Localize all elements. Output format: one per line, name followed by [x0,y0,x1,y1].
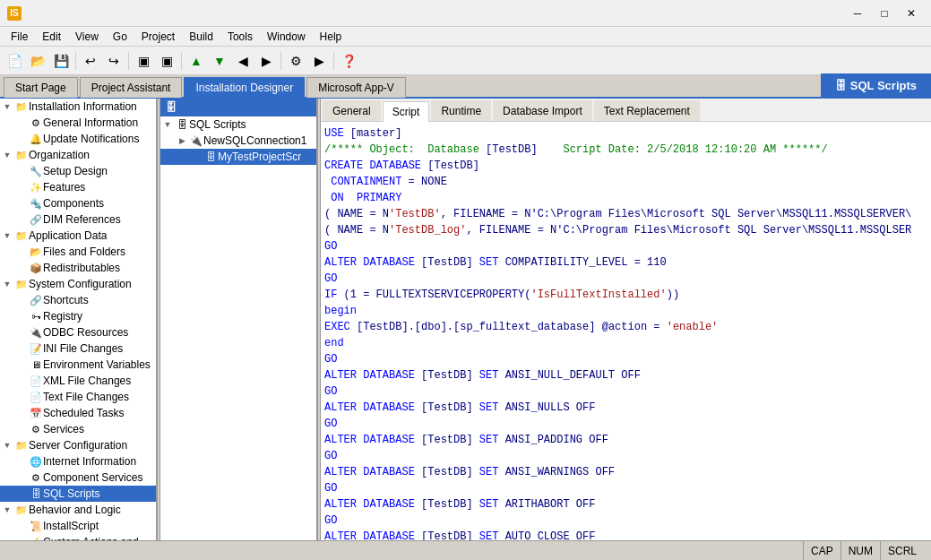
menu-file[interactable]: File [4,29,35,45]
tree-node-application-data[interactable]: ▼ 📁 Application Data [0,228,156,244]
expand-icon[interactable]: ▼ [0,99,14,114]
expand-icon[interactable] [14,196,29,211]
tree-node-component-services[interactable]: ⚙ Component Services [0,470,156,486]
expand-icon[interactable] [189,150,203,164]
mid-tree-node-new-sql-connection[interactable]: ▶ 🔌 NewSQLConnection1 [160,133,316,149]
expand-icon[interactable] [14,293,29,307]
tree-node-installscript[interactable]: 📜 InstallScript [0,518,156,534]
expand-icon[interactable] [14,358,29,372]
expand-icon[interactable] [14,309,29,323]
right-tab-script[interactable]: Script [383,101,430,122]
expand-icon[interactable] [14,325,29,340]
mid-tree-node-my-test-project-scr[interactable]: 🗄 MyTestProjectScr [160,149,316,165]
tree-node-sql-scripts[interactable]: 🗄 SQL Scripts [0,486,156,502]
expand-icon[interactable]: ▼ [0,228,14,243]
menu-go[interactable]: Go [106,29,134,45]
tree-node-shortcuts[interactable]: 🔗 Shortcuts [0,292,156,308]
expand-icon[interactable] [14,519,29,533]
right-tab-runtime[interactable]: Runtime [431,100,491,121]
toolbar-build[interactable]: ⚙ [285,50,306,72]
expand-icon[interactable]: ▼ [0,438,14,452]
mid-tree-node-sql-scripts-root[interactable]: ▼ 🗄 SQL Scripts [160,116,316,133]
expand-icon[interactable] [14,212,29,227]
expand-icon[interactable] [14,164,29,178]
expand-icon[interactable] [14,470,29,485]
toolbar-open[interactable]: 📂 [27,50,48,72]
expand-icon[interactable] [14,341,29,356]
tree-node-registry[interactable]: 🗝 Registry [0,308,156,324]
tree-node-ini-file-changes[interactable]: 📝 INI File Changes [0,340,156,357]
tree-node-server-configuration[interactable]: ▼ 📁 Server Configuration [0,437,156,453]
maximize-button[interactable]: □ [872,4,897,22]
right-tab-database-import[interactable]: Database Import [493,100,592,121]
close-button[interactable]: ✕ [899,4,924,22]
expand-icon[interactable] [14,374,29,388]
menu-project[interactable]: Project [134,29,182,45]
menu-view[interactable]: View [68,29,106,45]
expand-icon[interactable] [14,132,29,146]
toolbar-back[interactable]: ◀ [232,50,254,72]
toolbar-save[interactable]: 💾 [50,50,72,72]
expand-icon[interactable] [14,535,29,540]
expand-icon[interactable] [14,261,29,275]
tree-node-odbc-resources[interactable]: 🔌 ODBC Resources [0,324,156,340]
toolbar-new[interactable]: 📄 [4,50,25,72]
toolbar-up[interactable]: ▲ [185,50,207,72]
tree-node-general-info[interactable]: ⚙ General Information [0,115,156,131]
toolbar-run[interactable]: ▶ [308,50,330,72]
tree-node-environment-variables[interactable]: 🖥 Environment Variables [0,357,156,373]
toolbar-b2[interactable]: ▣ [156,50,177,72]
menu-window[interactable]: Window [260,29,313,45]
minimize-button[interactable]: ─ [845,4,870,22]
tab-project-assistant[interactable]: Project Assistant [80,77,183,98]
menu-tools[interactable]: Tools [220,29,260,45]
toolbar-b1[interactable]: ▣ [133,50,154,72]
expand-icon[interactable] [14,180,29,194]
tab-start-page[interactable]: Start Page [4,77,78,98]
tree-node-organization[interactable]: ▼ 📁 Organization [0,147,156,163]
expand-icon[interactable] [14,245,29,259]
tree-node-behavior-and-logic[interactable]: ▼ 📁 Behavior and Logic [0,502,156,518]
tree-node-custom-actions[interactable]: ⚡ Custom Actions and [0,534,156,540]
tab-installation-designer[interactable]: Installation Designer [184,77,305,98]
menu-edit[interactable]: Edit [35,29,68,45]
tab-strip: Start PageProject AssistantInstallation … [0,75,931,99]
toolbar-undo[interactable]: ↩ [80,50,101,72]
toolbar-down[interactable]: ▼ [209,50,230,72]
node-icon: 🔌 [189,134,203,148]
tree-node-setup-design[interactable]: 🔧 Setup Design [0,163,156,179]
tree-node-dim-references[interactable]: 🔗 DIM References [0,211,156,228]
tree-node-text-file-changes[interactable]: 📄 Text File Changes [0,389,156,405]
toolbar-redo[interactable]: ↪ [103,50,125,72]
toolbar-help[interactable]: ❓ [338,50,359,72]
tree-node-update-notifications[interactable]: 🔔 Update Notifications [0,131,156,147]
tree-node-components[interactable]: 🔩 Components [0,195,156,211]
tree-node-features[interactable]: ✨ Features [0,179,156,195]
expand-icon[interactable]: ▼ [0,148,14,162]
expand-icon[interactable]: ▶ [175,134,189,148]
right-tab-general[interactable]: General [323,100,381,121]
toolbar-fwd[interactable]: ▶ [255,50,277,72]
expand-icon[interactable] [14,454,29,469]
tab-microsoft-app-v[interactable]: Microsoft App-V [306,77,406,98]
menu-build[interactable]: Build [182,29,220,45]
tree-node-files-and-folders[interactable]: 📂 Files and Folders [0,244,156,260]
tree-node-internet-information[interactable]: 🌐 Internet Information [0,453,156,470]
right-tab-text-replacement[interactable]: Text Replacement [594,100,700,121]
expand-icon[interactable]: ▼ [0,503,14,517]
tree-node-scheduled-tasks[interactable]: 📅 Scheduled Tasks [0,405,156,421]
status-ind-cap: CAP [803,541,840,561]
expand-icon[interactable]: ▼ [0,277,14,291]
expand-icon[interactable] [14,406,29,420]
expand-icon[interactable] [14,422,29,436]
tree-node-redistributables[interactable]: 📦 Redistributables [0,260,156,276]
tree-node-system-configuration[interactable]: ▼ 📁 System Configuration [0,276,156,292]
tree-node-services[interactable]: ⚙ Services [0,421,156,437]
menu-help[interactable]: Help [313,29,349,45]
expand-icon[interactable] [14,116,29,130]
expand-icon[interactable] [14,390,29,404]
expand-icon[interactable] [14,487,29,501]
expand-icon[interactable]: ▼ [160,117,175,132]
tree-node-installation-info[interactable]: ▼ 📁 Installation Information [0,99,156,115]
tree-node-xml-file-changes[interactable]: 📄 XML File Changes [0,373,156,389]
